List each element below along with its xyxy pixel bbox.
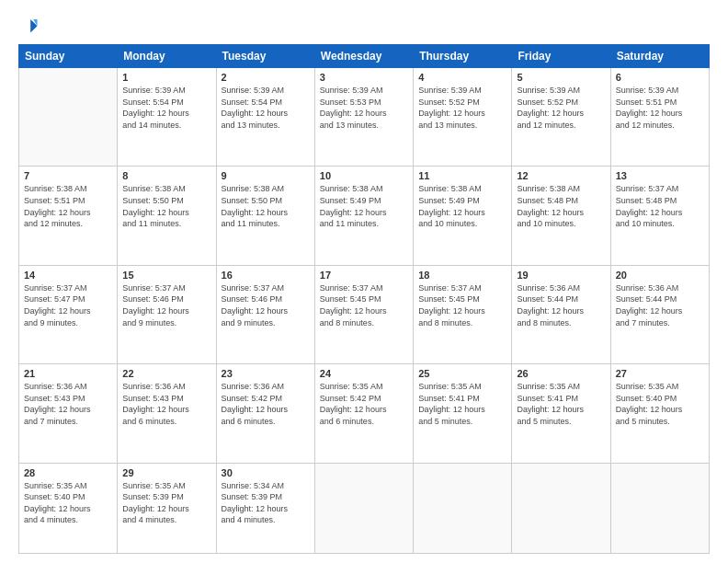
day-number: 2: [222, 72, 310, 83]
day-info: Sunrise: 5:39 AM Sunset: 5:52 PM Dayligh…: [418, 85, 506, 131]
day-number: 4: [418, 72, 506, 83]
day-info: Sunrise: 5:38 AM Sunset: 5:49 PM Dayligh…: [320, 183, 408, 229]
day-number: 18: [418, 270, 506, 281]
calendar-cell: 3Sunrise: 5:39 AM Sunset: 5:53 PM Daylig…: [314, 68, 413, 167]
calendar-cell: [414, 463, 512, 554]
calendar-cell: 4Sunrise: 5:39 AM Sunset: 5:52 PM Daylig…: [414, 68, 512, 167]
calendar-cell: 30Sunrise: 5:34 AM Sunset: 5:39 PM Dayli…: [216, 463, 314, 554]
page: SundayMondayTuesdayWednesdayThursdayFrid…: [0, 0, 728, 563]
calendar-cell: [19, 68, 118, 167]
calendar-cell: 1Sunrise: 5:39 AM Sunset: 5:54 PM Daylig…: [118, 68, 216, 167]
calendar-cell: 7Sunrise: 5:38 AM Sunset: 5:51 PM Daylig…: [19, 167, 118, 265]
logo: [18, 17, 40, 37]
day-info: Sunrise: 5:35 AM Sunset: 5:41 PM Dayligh…: [517, 381, 605, 427]
calendar-cell: 18Sunrise: 5:37 AM Sunset: 5:45 PM Dayli…: [414, 265, 512, 363]
calendar-cell: 21Sunrise: 5:36 AM Sunset: 5:43 PM Dayli…: [19, 364, 118, 463]
day-info: Sunrise: 5:38 AM Sunset: 5:50 PM Dayligh…: [122, 183, 210, 229]
weekday-header-wednesday: Wednesday: [314, 45, 413, 68]
day-number: 1: [122, 72, 210, 83]
weekday-header-tuesday: Tuesday: [216, 45, 314, 68]
day-number: 14: [24, 270, 112, 281]
day-info: Sunrise: 5:37 AM Sunset: 5:45 PM Dayligh…: [320, 282, 408, 328]
calendar-cell: 17Sunrise: 5:37 AM Sunset: 5:45 PM Dayli…: [314, 265, 413, 363]
day-number: 10: [320, 170, 408, 181]
calendar-cell: 5Sunrise: 5:39 AM Sunset: 5:52 PM Daylig…: [512, 68, 610, 167]
day-info: Sunrise: 5:36 AM Sunset: 5:44 PM Dayligh…: [616, 282, 704, 328]
calendar-cell: 29Sunrise: 5:35 AM Sunset: 5:39 PM Dayli…: [118, 463, 216, 554]
calendar-cell: [610, 463, 709, 554]
day-number: 25: [418, 368, 506, 379]
day-info: Sunrise: 5:36 AM Sunset: 5:43 PM Dayligh…: [122, 381, 210, 427]
day-info: Sunrise: 5:37 AM Sunset: 5:48 PM Dayligh…: [616, 183, 704, 229]
calendar-cell: 8Sunrise: 5:38 AM Sunset: 5:50 PM Daylig…: [118, 167, 216, 265]
day-number: 20: [616, 270, 704, 281]
calendar-cell: 25Sunrise: 5:35 AM Sunset: 5:41 PM Dayli…: [414, 364, 512, 463]
day-info: Sunrise: 5:38 AM Sunset: 5:51 PM Dayligh…: [24, 183, 112, 229]
calendar-cell: 12Sunrise: 5:38 AM Sunset: 5:48 PM Dayli…: [512, 167, 610, 265]
day-info: Sunrise: 5:39 AM Sunset: 5:54 PM Dayligh…: [222, 85, 310, 131]
day-info: Sunrise: 5:38 AM Sunset: 5:48 PM Dayligh…: [517, 183, 605, 229]
day-info: Sunrise: 5:36 AM Sunset: 5:43 PM Dayligh…: [24, 381, 112, 427]
calendar-cell: 15Sunrise: 5:37 AM Sunset: 5:46 PM Dayli…: [118, 265, 216, 363]
day-number: 21: [24, 368, 112, 379]
calendar-cell: 10Sunrise: 5:38 AM Sunset: 5:49 PM Dayli…: [314, 167, 413, 265]
day-number: 22: [122, 368, 210, 379]
day-number: 17: [320, 270, 408, 281]
day-number: 29: [122, 467, 210, 478]
day-info: Sunrise: 5:37 AM Sunset: 5:46 PM Dayligh…: [222, 282, 310, 328]
day-info: Sunrise: 5:37 AM Sunset: 5:46 PM Dayligh…: [122, 282, 210, 328]
day-number: 27: [616, 368, 704, 379]
day-number: 15: [122, 270, 210, 281]
calendar-cell: 2Sunrise: 5:39 AM Sunset: 5:54 PM Daylig…: [216, 68, 314, 167]
day-number: 12: [517, 170, 605, 181]
day-info: Sunrise: 5:37 AM Sunset: 5:45 PM Dayligh…: [418, 282, 506, 328]
calendar-cell: 28Sunrise: 5:35 AM Sunset: 5:40 PM Dayli…: [19, 463, 118, 554]
day-info: Sunrise: 5:35 AM Sunset: 5:40 PM Dayligh…: [24, 480, 112, 526]
weekday-header-thursday: Thursday: [414, 45, 512, 68]
calendar-cell: 27Sunrise: 5:35 AM Sunset: 5:40 PM Dayli…: [610, 364, 709, 463]
calendar-cell: 23Sunrise: 5:36 AM Sunset: 5:42 PM Dayli…: [216, 364, 314, 463]
calendar-week-2: 7Sunrise: 5:38 AM Sunset: 5:51 PM Daylig…: [19, 167, 710, 265]
day-info: Sunrise: 5:39 AM Sunset: 5:51 PM Dayligh…: [616, 85, 704, 131]
calendar-week-1: 1Sunrise: 5:39 AM Sunset: 5:54 PM Daylig…: [19, 68, 710, 167]
calendar-cell: 11Sunrise: 5:38 AM Sunset: 5:49 PM Dayli…: [414, 167, 512, 265]
day-number: 8: [122, 170, 210, 181]
calendar-cell: 9Sunrise: 5:38 AM Sunset: 5:50 PM Daylig…: [216, 167, 314, 265]
weekday-header-monday: Monday: [118, 45, 216, 68]
day-info: Sunrise: 5:38 AM Sunset: 5:50 PM Dayligh…: [222, 183, 310, 229]
day-number: 3: [320, 72, 408, 83]
day-number: 28: [24, 467, 112, 478]
day-number: 30: [222, 467, 310, 478]
day-info: Sunrise: 5:38 AM Sunset: 5:49 PM Dayligh…: [418, 183, 506, 229]
day-info: Sunrise: 5:39 AM Sunset: 5:52 PM Dayligh…: [517, 85, 605, 131]
calendar-cell: 24Sunrise: 5:35 AM Sunset: 5:42 PM Dayli…: [314, 364, 413, 463]
day-info: Sunrise: 5:35 AM Sunset: 5:40 PM Dayligh…: [616, 381, 704, 427]
day-number: 9: [222, 170, 310, 181]
calendar: SundayMondayTuesdayWednesdayThursdayFrid…: [18, 44, 710, 554]
calendar-cell: 20Sunrise: 5:36 AM Sunset: 5:44 PM Dayli…: [610, 265, 709, 363]
day-number: 26: [517, 368, 605, 379]
calendar-week-5: 28Sunrise: 5:35 AM Sunset: 5:40 PM Dayli…: [19, 463, 710, 554]
logo-icon: [18, 17, 39, 37]
day-info: Sunrise: 5:35 AM Sunset: 5:42 PM Dayligh…: [320, 381, 408, 427]
calendar-cell: 13Sunrise: 5:37 AM Sunset: 5:48 PM Dayli…: [610, 167, 709, 265]
calendar-week-3: 14Sunrise: 5:37 AM Sunset: 5:47 PM Dayli…: [19, 265, 710, 363]
calendar-cell: 26Sunrise: 5:35 AM Sunset: 5:41 PM Dayli…: [512, 364, 610, 463]
header: [18, 17, 710, 37]
day-number: 19: [517, 270, 605, 281]
calendar-week-4: 21Sunrise: 5:36 AM Sunset: 5:43 PM Dayli…: [19, 364, 710, 463]
day-info: Sunrise: 5:35 AM Sunset: 5:41 PM Dayligh…: [418, 381, 506, 427]
calendar-cell: 22Sunrise: 5:36 AM Sunset: 5:43 PM Dayli…: [118, 364, 216, 463]
day-number: 11: [418, 170, 506, 181]
day-number: 13: [616, 170, 704, 181]
day-info: Sunrise: 5:36 AM Sunset: 5:44 PM Dayligh…: [517, 282, 605, 328]
calendar-cell: [314, 463, 413, 554]
day-info: Sunrise: 5:39 AM Sunset: 5:53 PM Dayligh…: [320, 85, 408, 131]
weekday-header-sunday: Sunday: [19, 45, 118, 68]
day-number: 24: [320, 368, 408, 379]
day-number: 7: [24, 170, 112, 181]
day-number: 5: [517, 72, 605, 83]
day-info: Sunrise: 5:36 AM Sunset: 5:42 PM Dayligh…: [222, 381, 310, 427]
day-info: Sunrise: 5:34 AM Sunset: 5:39 PM Dayligh…: [222, 480, 310, 526]
calendar-cell: 19Sunrise: 5:36 AM Sunset: 5:44 PM Dayli…: [512, 265, 610, 363]
